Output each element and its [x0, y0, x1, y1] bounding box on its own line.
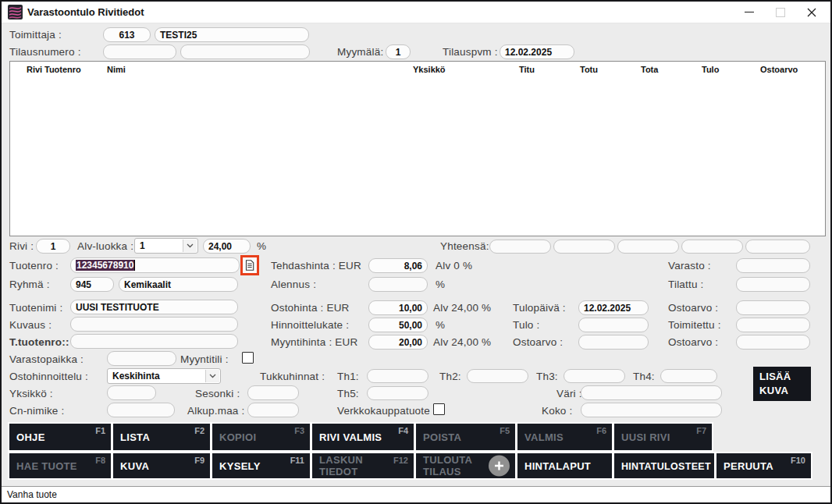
toimitettu-field[interactable] [736, 318, 810, 332]
tehdashinta-field[interactable]: 8,06 [368, 258, 428, 273]
vari-field[interactable] [581, 385, 722, 400]
tehdashinta-alv-label: Alv 0 % [436, 260, 472, 272]
col-header-yksikko: Yksikkö [413, 65, 446, 74]
ostohinnoittelu-label: Ostohinnoittelu : [9, 371, 88, 382]
tulo-field[interactable] [578, 318, 649, 332]
sesonki-field[interactable] [247, 385, 299, 400]
app-logo-icon [8, 5, 23, 20]
myymala-field[interactable]: 1 [386, 44, 411, 59]
rows-table[interactable]: Rivi Tuotenro Nimi Yksikkö Titu Totu Tot… [9, 61, 826, 236]
lista-button[interactable]: LISTAF2 [113, 424, 210, 450]
hintatulosteet-button[interactable]: HINTATULOSTEET [614, 453, 714, 478]
tuotenimi-field[interactable]: UUSI TESTITUOTE [70, 300, 238, 314]
col-header-tulo: Tulo [702, 65, 719, 74]
verkkokauppatuote-checkbox[interactable] [433, 403, 445, 415]
myyntihinta-label: Myyntihinta : EUR [271, 336, 357, 348]
button-row-2: HAE TUOTEF8 KUVAF9 KYSELYF11 LASKUN TIED… [8, 452, 812, 480]
alv-pct-field[interactable]: 24,00 [203, 239, 251, 254]
window-varastoontulo-rivitiedot: Varastoontulo Rivitiedot Toimittaja : 61… [0, 0, 832, 504]
yhteensa-field-5[interactable] [745, 240, 810, 254]
chevron-down-icon[interactable] [205, 370, 219, 382]
cn-nimike-field[interactable] [107, 403, 175, 417]
myyntihinta-field[interactable]: 20,00 [368, 335, 428, 350]
col-header-titu: Titu [519, 65, 535, 74]
ostohinnoittelu-select[interactable]: Keskihinta [107, 368, 221, 384]
hintalaput-button[interactable]: HINTALAPUT [517, 453, 612, 478]
t-tuotenro-label: T.tuotenro:: [9, 336, 69, 348]
th5-field[interactable] [367, 386, 428, 400]
plus-icon[interactable] [489, 456, 510, 477]
toimittaja-code-field[interactable]: 613 [103, 27, 151, 42]
close-button[interactable] [796, 2, 827, 23]
status-text: Vanha tuote [7, 489, 57, 500]
peruuta-button[interactable]: PERUUTAF10 [716, 453, 811, 478]
ostoarvo-right-field-2[interactable] [736, 335, 810, 350]
th2-field[interactable] [467, 369, 528, 383]
ostohinta-field[interactable]: 10,00 [368, 300, 428, 315]
rivi-field[interactable]: 1 [36, 239, 70, 254]
alennus-field[interactable] [368, 277, 428, 292]
th4-field[interactable] [660, 369, 717, 383]
alv-luokka-select[interactable]: 1 [134, 238, 198, 254]
th5-label: Th5: [337, 388, 359, 399]
ryhma-code-field[interactable]: 945 [70, 277, 114, 292]
toimittaja-name-field[interactable]: TESTI25 [155, 27, 309, 42]
ostoarvo-mid-field[interactable] [578, 335, 649, 350]
alv-luokka-value: 1 [140, 240, 145, 251]
toimitettu-label: Toimitettu : [668, 319, 721, 331]
maximize-button [765, 2, 796, 23]
th4-label: Th4: [633, 371, 655, 382]
th3-label: Th3: [536, 371, 558, 382]
hinnoittelukate-unit: % [436, 319, 445, 331]
tulopaiva-label: Tulopäivä : [513, 302, 566, 314]
yhteensa-field-1[interactable] [489, 240, 551, 254]
ohje-button[interactable]: OHJEF1 [9, 424, 111, 450]
koko-field[interactable] [581, 403, 722, 417]
tulo-label: Tulo : [513, 319, 539, 331]
hinnoittelukate-field[interactable]: 50,00 [368, 318, 428, 332]
varasto-field[interactable] [736, 258, 810, 273]
tuotenimi-label: Tuotenimi : [9, 302, 62, 314]
ostohinta-label: Ostohinta : EUR [271, 302, 350, 314]
kuvaus-field[interactable] [70, 317, 238, 332]
ostoarvo-right-field-1[interactable] [736, 300, 810, 315]
kuva-button[interactable]: KUVAF9 [113, 453, 210, 478]
ostoarvo-mid-label: Ostoarvo : [513, 336, 563, 348]
yhteensa-field-3[interactable] [617, 240, 679, 254]
yksikko-field[interactable] [107, 385, 156, 400]
tilattu-field[interactable] [736, 277, 810, 292]
myyntihinta-alv-label: Alv 24,00 % [433, 336, 491, 348]
valmis-button: VALMISF6 [517, 424, 612, 450]
th1-field[interactable] [367, 369, 428, 383]
poista-button: POISTAF5 [416, 424, 515, 450]
vari-label: Väri : [556, 388, 582, 399]
hinnoittelukate-label: Hinnoittelukate : [271, 319, 349, 331]
t-tuotenro-field[interactable] [70, 334, 238, 349]
tulouta-tilaus-button[interactable]: TULOUTA TILAUS [416, 453, 515, 478]
minimize-button[interactable] [734, 2, 765, 23]
ryhma-name-field[interactable]: Kemikaalit [119, 277, 238, 292]
tilauspvm-field[interactable]: 12.02.2025 [500, 44, 574, 59]
tilausnumero-field-1[interactable] [103, 44, 176, 59]
yhteensa-field-2[interactable] [553, 240, 615, 254]
ostohinta-alv-label: Alv 24,00 % [433, 302, 491, 314]
chevron-down-icon[interactable] [183, 240, 197, 252]
yhteensa-field-4[interactable] [681, 240, 743, 254]
sesonki-label: Sesonki : [195, 388, 240, 399]
myyntitili-checkbox[interactable] [242, 352, 254, 364]
yksikko-label: Yksikkö : [9, 388, 53, 399]
tuotenro-field[interactable]: 12345678910 [70, 257, 240, 273]
col-header-ostoarvo: Ostoarvo [760, 65, 798, 74]
ostoarvo-right-label-1: Ostoarvo : [668, 302, 718, 314]
kysely-button[interactable]: KYSELYF11 [212, 453, 310, 478]
product-info-button[interactable] [240, 255, 259, 275]
alkup-maa-field[interactable] [247, 403, 299, 417]
lisaa-kuva-button[interactable]: LISÄÄ KUVA [753, 367, 811, 401]
rivi-valmis-button[interactable]: RIVI VALMISF4 [312, 424, 414, 450]
tilauspvm-label: Tilauspvm : [443, 46, 498, 58]
ostohinnoittelu-value: Keskihinta [112, 371, 160, 382]
tulopaiva-field[interactable]: 12.02.2025 [578, 300, 649, 315]
th3-field[interactable] [564, 369, 625, 383]
tilausnumero-field-2[interactable] [180, 44, 310, 59]
varastopaikka-field[interactable] [107, 351, 176, 366]
